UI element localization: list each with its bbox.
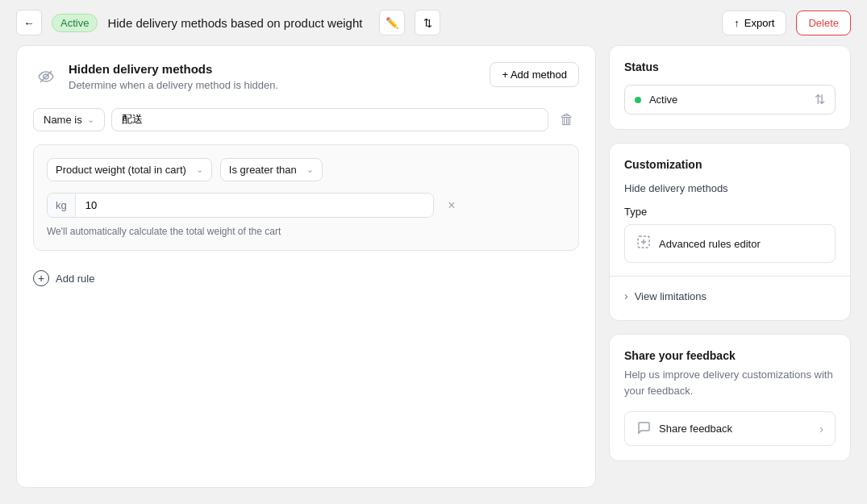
name-is-label: Name is — [44, 114, 82, 126]
operator-select[interactable]: Is greater than ⌄ — [220, 158, 323, 181]
type-label: Type — [624, 206, 836, 218]
feedback-card: Share your feedback Help us improve deli… — [609, 334, 851, 461]
operator-select-chevron: ⌄ — [306, 165, 314, 175]
status-select-left: Active — [635, 94, 677, 106]
right-panel: Status Active ⇅ Customization Hide deliv… — [609, 45, 851, 488]
edit-button[interactable]: ✏️ — [379, 10, 405, 35]
chat-icon — [636, 420, 651, 437]
delete-button[interactable]: Delete — [796, 10, 851, 35]
back-icon: ← — [23, 17, 34, 29]
topbar: ← Active Hide delivery methods based on … — [0, 0, 867, 45]
panel-icon — [33, 64, 59, 90]
value-input-wrap: kg — [47, 193, 434, 218]
value-unit: kg — [48, 194, 76, 217]
add-rule-icon: + — [33, 270, 49, 286]
add-rule-button[interactable]: + Add rule — [33, 264, 579, 293]
status-chevron: ⇅ — [815, 92, 825, 107]
page-title: Hide delivery methods based on product w… — [107, 16, 369, 30]
edit-icon: ✏️ — [386, 17, 399, 29]
back-button[interactable]: ← — [16, 10, 42, 35]
conditions-selector-row: Product weight (total in cart) ⌄ Is grea… — [47, 158, 565, 181]
name-is-chevron: ⌄ — [87, 115, 94, 125]
export-icon: ↑ — [734, 17, 740, 29]
close-condition-icon: × — [448, 198, 455, 213]
share-feedback-chevron: › — [819, 423, 823, 435]
panel-section-title: Hidden delivery methods — [69, 62, 278, 76]
export-button[interactable]: ↑ Export — [722, 10, 786, 35]
add-rule-label: Add rule — [56, 273, 94, 285]
status-card-title: Status — [624, 60, 836, 73]
close-condition-button[interactable]: × — [442, 196, 461, 215]
add-method-button[interactable]: + Add method — [490, 62, 579, 87]
customization-description: Hide delivery methods — [624, 182, 836, 194]
name-is-select[interactable]: Name is ⌄ — [33, 108, 105, 131]
value-row: kg × — [47, 193, 565, 218]
feedback-description: Help us improve delivery customizations … — [624, 367, 836, 398]
view-limitations-button[interactable]: › View limitations — [624, 286, 836, 306]
status-dot — [635, 97, 641, 103]
feedback-title: Share your feedback — [624, 349, 836, 362]
status-select[interactable]: Active ⇅ — [624, 85, 836, 115]
left-panel: Hidden delivery methods Determine when a… — [16, 45, 596, 488]
filter-row: Name is ⌄ 🗑 — [33, 107, 579, 131]
expand-button[interactable]: ⇅ — [415, 10, 440, 35]
advanced-rules-label: Advanced rules editor — [659, 238, 761, 250]
delete-label: Delete — [808, 17, 839, 29]
active-badge: Active — [52, 14, 98, 32]
panel-header: Hidden delivery methods Determine when a… — [33, 62, 579, 91]
export-label: Export — [744, 17, 775, 29]
chevron-left-icon: › — [624, 289, 628, 302]
field-select-chevron: ⌄ — [196, 165, 203, 175]
advanced-rules-icon — [636, 235, 651, 252]
field-select[interactable]: Product weight (total in cart) ⌄ — [47, 158, 212, 181]
share-feedback-button[interactable]: Share feedback › — [624, 411, 836, 446]
status-value: Active — [649, 94, 677, 106]
add-method-label: + Add method — [502, 69, 567, 81]
panel-title-group: Hidden delivery methods Determine when a… — [69, 62, 278, 91]
advanced-rules-button[interactable]: Advanced rules editor — [624, 224, 836, 263]
weight-hint: We'll automatically calculate the total … — [47, 226, 565, 237]
filter-value-input[interactable] — [111, 108, 548, 131]
customization-card: Customization Hide delivery methods Type… — [609, 143, 851, 321]
operator-select-value: Is greater than — [229, 164, 297, 176]
weight-value-input[interactable] — [76, 194, 433, 217]
field-select-value: Product weight (total in cart) — [56, 164, 186, 176]
customization-card-title: Customization — [624, 158, 836, 171]
conditions-box: Product weight (total in cart) ⌄ Is grea… — [33, 144, 579, 251]
main-content: Hidden delivery methods Determine when a… — [0, 45, 867, 504]
panel-section-subtitle: Determine when a delivery method is hidd… — [69, 79, 278, 91]
share-feedback-left: Share feedback — [636, 420, 732, 437]
view-limitations-label: View limitations — [635, 290, 707, 302]
share-feedback-label: Share feedback — [659, 423, 732, 435]
status-card: Status Active ⇅ — [609, 45, 851, 130]
expand-icon: ⇅ — [423, 17, 432, 29]
panel-header-left: Hidden delivery methods Determine when a… — [33, 62, 278, 91]
delete-filter-icon: 🗑 — [560, 111, 574, 128]
delete-filter-button[interactable]: 🗑 — [555, 107, 579, 131]
